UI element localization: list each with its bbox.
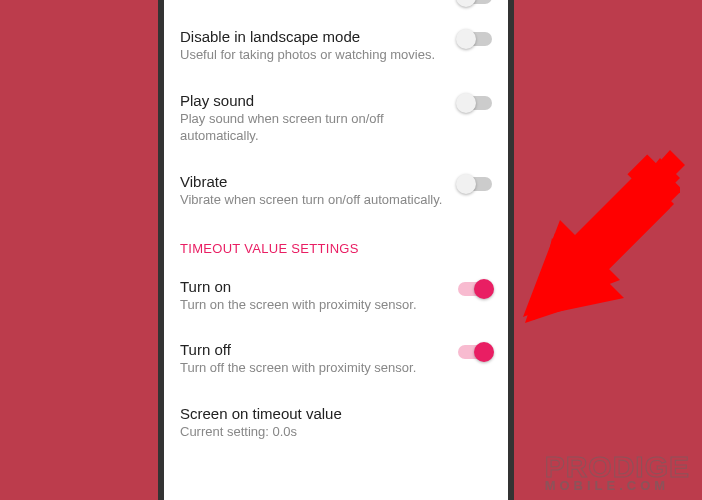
setting-title: Vibrate (180, 173, 446, 190)
setting-desc: Vibrate when screen turn on/off automati… (180, 192, 446, 209)
toggle-turn-on[interactable] (458, 282, 492, 296)
toggle-faster[interactable] (458, 0, 492, 4)
setting-row-turn-off[interactable]: Turn off Turn off the screen with proxim… (180, 327, 492, 391)
settings-screen: Screen turn On/Off faster. Disable in la… (164, 0, 508, 500)
setting-title: Disable in landscape mode (180, 28, 446, 45)
setting-desc: Screen turn On/Off faster. (180, 0, 446, 3)
setting-row-landscape[interactable]: Disable in landscape mode Useful for tak… (180, 14, 492, 78)
svg-rect-2 (627, 154, 680, 209)
annotation-arrow-icon (515, 145, 685, 325)
setting-title: Turn off (180, 341, 446, 358)
setting-desc: Turn off the screen with proximity senso… (180, 360, 446, 377)
setting-row-turn-on[interactable]: Turn on Turn on the screen with proximit… (180, 264, 492, 328)
setting-title: Play sound (180, 92, 446, 109)
setting-desc: Turn on the screen with proximity sensor… (180, 297, 446, 314)
setting-desc: Useful for taking photos or watching mov… (180, 47, 446, 64)
toggle-turn-off[interactable] (458, 345, 492, 359)
setting-row-sound[interactable]: Play sound Play sound when screen turn o… (180, 78, 492, 159)
svg-marker-3 (534, 238, 592, 320)
svg-marker-0 (530, 263, 595, 318)
setting-row-faster[interactable]: Screen turn On/Off faster. (180, 0, 492, 14)
toggle-vibrate[interactable] (458, 177, 492, 191)
toggle-landscape[interactable] (458, 32, 492, 46)
section-header-timeout: TIMEOUT VALUE SETTINGS (180, 223, 492, 264)
setting-row-timeout-value[interactable]: Screen on timeout value Current setting:… (180, 391, 492, 455)
svg-marker-1 (555, 188, 670, 303)
setting-title: Screen on timeout value (180, 405, 480, 422)
setting-desc: Play sound when screen turn on/off autom… (180, 111, 446, 145)
watermark-domain: MOBILE.COM (545, 480, 690, 492)
setting-title: Turn on (180, 278, 446, 295)
setting-desc: Current setting: 0.0s (180, 424, 480, 441)
annotation-arrow-icon (520, 148, 680, 328)
watermark: PRODIGE MOBILE.COM (545, 453, 690, 492)
toggle-sound[interactable] (458, 96, 492, 110)
setting-row-vibrate[interactable]: Vibrate Vibrate when screen turn on/off … (180, 159, 492, 223)
phone-frame: Screen turn On/Off faster. Disable in la… (158, 0, 514, 500)
watermark-brand: PRODIGE (545, 453, 690, 480)
